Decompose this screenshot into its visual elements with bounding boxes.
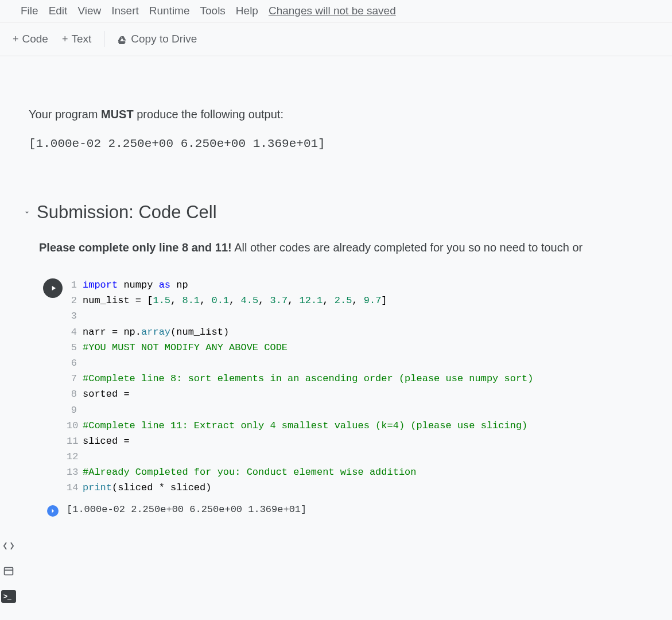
line-number: 12 <box>67 449 83 464</box>
menu-edit[interactable]: Edit <box>49 5 68 17</box>
line-number: 4 <box>67 324 83 340</box>
expected-output: [1.000e-02 2.250e+00 6.250e+00 1.369e+01… <box>29 137 649 150</box>
output-cell: [1.000e-02 2.250e+00 6.250e+00 1.369e+01… <box>39 504 649 517</box>
files-icon[interactable] <box>1 564 16 579</box>
line-number: 2 <box>67 293 83 308</box>
code-line[interactable]: 8sorted = <box>67 386 649 402</box>
left-side-panel: >_ <box>1 538 16 604</box>
text-cell-intro: Your program MUST produce the following … <box>29 108 649 150</box>
menu-runtime[interactable]: Runtime <box>149 5 190 17</box>
line-number: 13 <box>67 464 83 480</box>
add-text-button[interactable]: + Text <box>55 30 98 48</box>
section-title: Submission: Code Cell <box>37 202 217 223</box>
code-line[interactable]: 13#Already Completed for you: Conduct el… <box>67 464 649 480</box>
output-status-icon[interactable] <box>47 505 59 517</box>
code-line[interactable]: 2num_list = [1.5, 8.1, 0.1, 4.5, 3.7, 12… <box>67 293 649 308</box>
add-text-label: Text <box>71 33 91 45</box>
line-number: 3 <box>67 308 83 324</box>
code-line[interactable]: 3 <box>67 308 649 324</box>
code-line[interactable]: 1import numpy as np <box>67 277 649 293</box>
line-number: 14 <box>67 480 83 495</box>
menu-help[interactable]: Help <box>236 5 258 17</box>
play-icon <box>49 284 57 292</box>
toolbar: + Code + Text Copy to Drive <box>0 22 672 56</box>
instruction-text: Please complete only line 8 and 11! All … <box>39 241 649 254</box>
output-intro-text: Your program MUST produce the following … <box>29 108 649 121</box>
variables-icon[interactable] <box>1 538 16 553</box>
menu-view[interactable]: View <box>77 5 101 17</box>
plus-icon: + <box>13 34 19 44</box>
line-number: 5 <box>67 340 83 355</box>
terminal-icon[interactable]: >_ <box>1 589 16 604</box>
code-cell[interactable]: 1import numpy as np2num_list = [1.5, 8.1… <box>39 277 649 496</box>
changes-not-saved-link[interactable]: Changes will not be saved <box>269 5 396 17</box>
code-content[interactable]: sorted = <box>83 386 130 402</box>
toolbar-divider <box>104 31 104 47</box>
menu-bar: File Edit View Insert Runtime Tools Help… <box>0 0 672 22</box>
code-line[interactable]: 14print(sliced * sliced) <box>67 480 649 495</box>
code-content[interactable]: #Complete line 8: sort elements in an as… <box>83 371 534 386</box>
add-code-button[interactable]: + Code <box>6 30 55 48</box>
menu-tools[interactable]: Tools <box>200 5 226 17</box>
menu-file[interactable]: File <box>21 5 38 17</box>
line-number: 11 <box>67 433 83 449</box>
code-content[interactable]: num_list = [1.5, 8.1, 0.1, 4.5, 3.7, 12.… <box>83 293 387 308</box>
code-editor[interactable]: 1import numpy as np2num_list = [1.5, 8.1… <box>67 277 649 496</box>
copy-to-drive-label: Copy to Drive <box>131 33 197 45</box>
line-number: 1 <box>67 277 83 293</box>
output-arrow-icon <box>49 507 56 514</box>
notebook-content: Your program MUST produce the following … <box>0 108 672 517</box>
code-line[interactable]: 9 <box>67 402 649 418</box>
menu-insert[interactable]: Insert <box>111 5 139 17</box>
code-content[interactable]: sliced = <box>83 433 130 449</box>
code-line[interactable]: 4narr = np.array(num_list) <box>67 324 649 340</box>
line-number: 7 <box>67 371 83 386</box>
code-content[interactable]: print(sliced * sliced) <box>83 480 211 495</box>
code-line[interactable]: 6 <box>67 355 649 371</box>
line-number: 6 <box>67 355 83 371</box>
code-content[interactable]: #YOU MUST NOT MODIFY ANY ABOVE CODE <box>83 340 288 355</box>
add-code-label: Code <box>22 33 48 45</box>
code-line[interactable]: 12 <box>67 449 649 464</box>
code-line[interactable]: 11sliced = <box>67 433 649 449</box>
drive-icon <box>117 34 127 44</box>
output-text: [1.000e-02 2.250e+00 6.250e+00 1.369e+01… <box>67 504 306 515</box>
collapse-arrow-icon[interactable] <box>23 208 31 216</box>
run-button[interactable] <box>43 278 63 298</box>
section-header: Submission: Code Cell <box>23 202 649 223</box>
line-number: 9 <box>67 402 83 418</box>
plus-icon: + <box>62 34 68 44</box>
code-line[interactable]: 5#YOU MUST NOT MODIFY ANY ABOVE CODE <box>67 340 649 355</box>
svg-rect-0 <box>5 568 13 575</box>
code-content[interactable]: import numpy as np <box>83 277 188 293</box>
copy-to-drive-button[interactable]: Copy to Drive <box>110 30 204 48</box>
code-content[interactable]: #Complete line 11: Extract only 4 smalle… <box>83 418 527 433</box>
line-number: 8 <box>67 386 83 402</box>
code-content[interactable]: narr = np.array(num_list) <box>83 324 229 340</box>
run-button-column <box>39 277 67 298</box>
code-content[interactable]: #Already Completed for you: Conduct elem… <box>83 464 417 480</box>
line-number: 10 <box>67 418 83 433</box>
code-line[interactable]: 7#Complete line 8: sort elements in an a… <box>67 371 649 386</box>
code-line[interactable]: 10#Complete line 11: Extract only 4 smal… <box>67 418 649 433</box>
